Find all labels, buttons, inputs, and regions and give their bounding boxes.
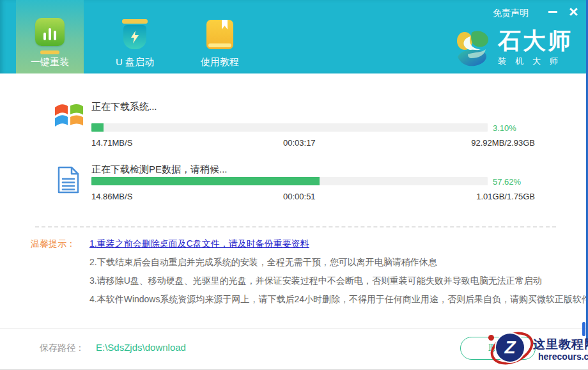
header-bar: 一键重装 U 盘启动 [0,0,588,73]
tip-item: 3.请移除U盘、移动硬盘、光驱里的光盘，并保证安装过程中不会断电，否则重装可能失… [89,275,542,287]
progress-track [91,177,488,185]
tips-label: 温馨提示： [31,238,75,250]
brand-logo-icon [454,29,491,72]
progress-bar: 3.10% [91,123,539,132]
tab-label: 使用教程 [201,56,239,68]
download-stats: 14.86MB/S 00:00:51 1.01GB/1.75GB [91,192,535,202]
site-watermark: Z 这里教程网 herecours.com [486,328,588,369]
progress-bar: 57.62% [91,177,539,185]
download-size: 92.92MB/2.93GB [471,138,535,148]
brand-subtitle: 装机大师 [498,56,573,67]
download-size: 1.01GB/1.75GB [476,192,535,201]
tip-item: 1.重装之前会删除桌面及C盘文件，请及时备份重要资料 [89,238,309,250]
download-time-remaining: 00:03:17 [283,138,316,148]
watermark-pen-icon [582,322,585,336]
watermark-site-name: 这里教程网 [533,336,588,353]
progress-percent: 3.10% [493,123,516,133]
chart-bars-icon [35,18,65,46]
disclaimer-link[interactable]: 免责声明 [493,8,529,19]
tip-item: 2.下载结束后会自动重启并完成系统的安装，全程无需干预，您可以离开电脑请稍作休息 [89,257,437,268]
app-window: 一键重装 U 盘启动 [0,0,588,370]
watermark-dot-icon [488,335,494,341]
tip-item: 4.本软件Windows系统资源均来源于网上，请下载后24小时删除，不得用于任何… [89,294,588,305]
download-time-remaining: 00:00:51 [283,192,316,201]
close-button[interactable] [566,5,580,18]
download-title: 正在下载检测PE数据，请稍候... [91,164,228,176]
progress-percent: 57.62% [493,177,521,187]
tab-tutorial[interactable]: 使用教程 [186,0,254,73]
watermark-site-url: herecours.com [538,351,588,362]
brand-logo: 石大师 装机大师 [454,28,573,72]
tab-one-key-reinstall[interactable]: 一键重装 [16,0,84,73]
dashed-divider [35,226,556,227]
tab-bar: 一键重装 U 盘启动 [16,0,271,73]
download-title: 正在下载系统... [91,101,157,113]
progress-fill [91,177,320,185]
download-speed: 14.86MB/S [91,192,132,201]
minimize-button[interactable] [546,5,560,18]
watermark-logo-icon: Z [496,334,524,362]
progress-track [91,123,488,132]
brand-name: 石大师 [498,28,573,54]
save-path-label: 保存路径： [40,343,84,354]
active-tab-underline [40,50,59,54]
tab-label: 一键重装 [31,56,69,68]
tab-usb-boot[interactable]: U 盘启动 [101,0,169,73]
windows-logo-icon [54,101,84,132]
tab-label: U 盘启动 [116,56,154,68]
usb-shield-icon [122,18,148,49]
save-path-value: E:\SdsZjds\download [96,342,186,353]
book-icon [206,20,233,49]
download-stats: 14.71MB/S 00:03:17 92.92MB/2.93GB [91,138,535,148]
download-speed: 14.71MB/S [91,138,132,148]
document-icon [56,166,81,197]
progress-fill [91,123,104,132]
